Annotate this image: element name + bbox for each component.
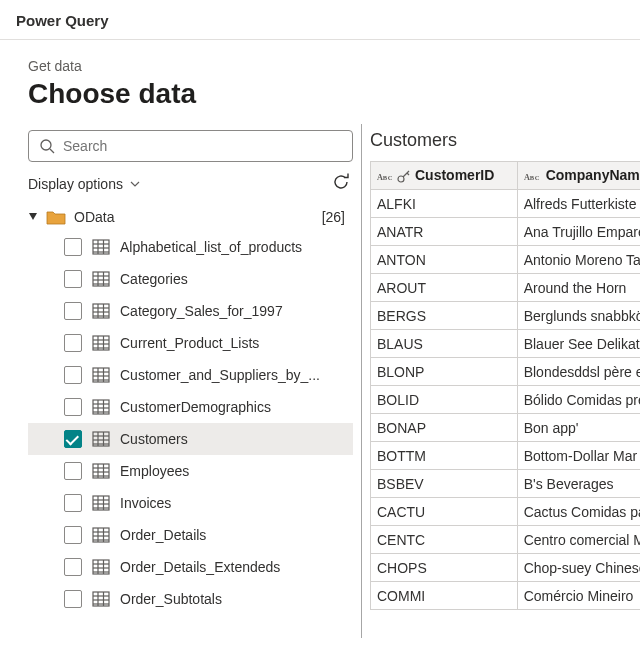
table-cell: BLONP [371,358,518,386]
table-row[interactable]: BONAPBon app' [371,414,641,442]
checkbox[interactable] [64,590,82,608]
table-icon [92,303,110,319]
table-cell: CENTC [371,526,518,554]
key-icon [397,170,411,184]
column-header[interactable]: ABCCustomerID [371,162,518,190]
table-cell: AROUT [371,274,518,302]
navigator-pane: Display options OData [26] Alphabetical_… [0,124,362,638]
checkbox[interactable] [64,494,82,512]
search-input[interactable] [55,138,342,154]
tree-item-label: Order_Details [120,527,206,543]
tree-item-label: Alphabetical_list_of_products [120,239,302,255]
svg-point-0 [41,140,51,150]
tree-item-label: Employees [120,463,189,479]
table-row[interactable]: BOLIDBólido Comidas pre [371,386,641,414]
table-cell: CHOPS [371,554,518,582]
tree-item[interactable]: Employees [28,455,353,487]
table-cell: Antonio Moreno Ta [517,246,640,274]
table-row[interactable]: ANATRAna Trujillo Empare [371,218,641,246]
svg-text:C: C [534,174,539,181]
table-row[interactable]: ALFKIAlfreds Futterkiste [371,190,641,218]
column-header[interactable]: ABCCompanyName [517,162,640,190]
tree-item[interactable]: Invoices [28,487,353,519]
table-row[interactable]: BLAUSBlauer See Delikate [371,330,641,358]
tree-item[interactable]: Alphabetical_list_of_products [28,231,353,263]
table-row[interactable]: COMMIComércio Mineiro [371,582,641,610]
page-header: Get data Choose data [0,40,640,124]
tree-item[interactable]: Customer_and_Suppliers_by_... [28,359,353,391]
checkbox[interactable] [64,270,82,288]
tree-item[interactable]: CustomerDemographics [28,391,353,423]
tree-item-label: Category_Sales_for_1997 [120,303,283,319]
preview-pane: Customers ABCCustomerIDABCCompanyName AL… [362,124,640,638]
table-row[interactable]: ANTONAntonio Moreno Ta [371,246,641,274]
table-row[interactable]: BOTTMBottom-Dollar Mar [371,442,641,470]
table-cell: Around the Horn [517,274,640,302]
tree-item-label: CustomerDemographics [120,399,271,415]
table-cell: BLAUS [371,330,518,358]
tree-item-label: Categories [120,271,188,287]
table-cell: ALFKI [371,190,518,218]
table-cell: ANTON [371,246,518,274]
table-cell: Bon app' [517,414,640,442]
table-cell: Centro comercial M [517,526,640,554]
chevron-down-icon [129,178,141,190]
table-row[interactable]: CENTCCentro comercial M [371,526,641,554]
table-icon [92,367,110,383]
table-cell: Comércio Mineiro [517,582,640,610]
table-row[interactable]: AROUTAround the Horn [371,274,641,302]
checkbox[interactable] [64,238,82,256]
tree-root-odata[interactable]: OData [26] [28,203,353,231]
table-row[interactable]: BERGSBerglunds snabbkö [371,302,641,330]
tree-item[interactable]: Categories [28,263,353,295]
table-icon [92,559,110,575]
tree-item[interactable]: Category_Sales_for_1997 [28,295,353,327]
folder-icon [46,209,66,225]
column-header-label: CompanyName [546,167,640,183]
tree-item[interactable]: Current_Product_Lists [28,327,353,359]
table-cell: Cactus Comidas pa [517,498,640,526]
tree-item[interactable]: Customers [28,423,353,455]
checkbox[interactable] [64,558,82,576]
preview-table: ABCCustomerIDABCCompanyName ALFKIAlfreds… [370,161,640,610]
tree-item[interactable]: Order_Subtotals [28,583,353,615]
checkbox[interactable] [64,462,82,480]
svg-line-1 [50,149,54,153]
display-options-dropdown[interactable]: Display options [28,176,141,192]
table-row[interactable]: CACTUCactus Comidas pa [371,498,641,526]
breadcrumb[interactable]: Get data [28,58,612,74]
tree-item[interactable]: Order_Details_Extendeds [28,551,353,583]
table-row[interactable]: CHOPSChop-suey Chinese [371,554,641,582]
table-icon [92,271,110,287]
table-cell: Blondesddsl père e [517,358,640,386]
column-header-label: CustomerID [415,167,494,183]
display-options-label: Display options [28,176,123,192]
table-icon [92,591,110,607]
checkbox[interactable] [64,398,82,416]
checkbox[interactable] [64,334,82,352]
table-cell: B's Beverages [517,470,640,498]
table-cell: BONAP [371,414,518,442]
table-cell: Bottom-Dollar Mar [517,442,640,470]
table-row[interactable]: BLONPBlondesddsl père e [371,358,641,386]
checkbox[interactable] [64,430,82,448]
table-row[interactable]: BSBEVB's Beverages [371,470,641,498]
tree-item[interactable]: Order_Details [28,519,353,551]
svg-text:C: C [388,174,393,181]
text-type-icon: ABC [377,170,395,184]
search-input-wrapper[interactable] [28,130,353,162]
refresh-button[interactable] [331,172,351,195]
checkbox[interactable] [64,366,82,384]
checkbox[interactable] [64,526,82,544]
tree-root-label: OData [74,209,114,225]
table-icon [92,335,110,351]
table-cell: BOLID [371,386,518,414]
tree-item-label: Order_Details_Extendeds [120,559,280,575]
checkbox[interactable] [64,302,82,320]
table-cell: BERGS [371,302,518,330]
table-icon [92,239,110,255]
table-icon [92,495,110,511]
preview-title: Customers [370,130,640,151]
table-cell: Blauer See Delikate [517,330,640,358]
expand-collapse-icon[interactable] [28,212,38,222]
